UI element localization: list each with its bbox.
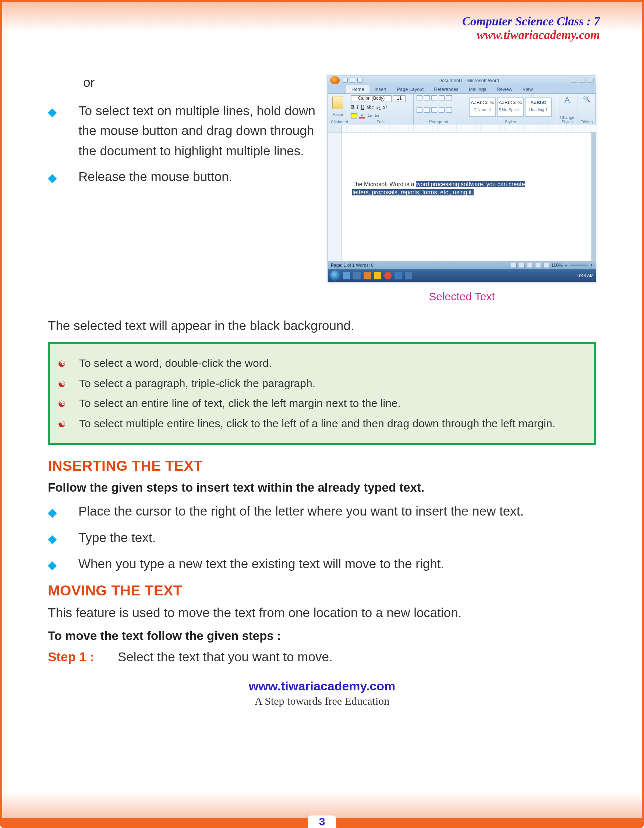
lead-text: To move the text follow the given steps …: [48, 629, 596, 643]
opera-icon[interactable]: [384, 271, 392, 280]
left-column: or ◆ To select text on multiple lines, h…: [48, 75, 317, 193]
tip-box: ☯To select a word, double-click the word…: [48, 342, 596, 445]
view-print-icon[interactable]: [511, 263, 517, 268]
document-page[interactable]: The Microsoft Word is a word processing …: [342, 132, 591, 261]
view-outline-icon[interactable]: [535, 263, 541, 268]
tab-mailings[interactable]: Mailings: [464, 85, 492, 94]
zoom-slider[interactable]: [570, 265, 588, 266]
view-web-icon[interactable]: [527, 263, 533, 268]
indent-dec-icon[interactable]: [439, 95, 445, 100]
justify-icon[interactable]: [439, 107, 445, 113]
find-icon[interactable]: 🔍: [580, 95, 592, 102]
bullets-icon[interactable]: [417, 95, 423, 100]
tip-bullet-icon: ☯: [58, 397, 66, 411]
start-button-icon[interactable]: [330, 270, 340, 281]
step-label: Step 1 :: [48, 649, 118, 664]
word-icon[interactable]: [394, 271, 402, 280]
style-normal[interactable]: AaBbCcDc¶ Normal: [469, 97, 496, 117]
group-label: Paragraph: [417, 119, 461, 124]
lead-text: Follow the given steps to insert text wi…: [48, 481, 596, 495]
tab-review[interactable]: Review: [491, 85, 517, 94]
group-font: Calibri (Body) 11 B I U abc x₂ x²: [348, 94, 414, 125]
right-column: Document1 - Microsoft Word Home Insert P…: [327, 75, 596, 303]
align-center-icon[interactable]: [424, 107, 430, 113]
align-left-icon[interactable]: [417, 107, 423, 113]
bullet-text: To select text on multiple lines, hold d…: [78, 101, 317, 161]
style-nospacing[interactable]: AaBbCcDc¶ No Spaci...: [497, 97, 524, 117]
minimize-icon[interactable]: [571, 78, 577, 83]
explorer-icon[interactable]: [353, 271, 361, 280]
underline-button[interactable]: U: [360, 105, 364, 111]
window-title: Document1 - Microsoft Word: [367, 78, 571, 83]
subscript-button[interactable]: x₂: [376, 105, 381, 111]
style-heading1[interactable]: AaBbCHeading 1: [525, 97, 552, 117]
zoom-in-icon[interactable]: +: [590, 263, 593, 268]
zoom-out-icon[interactable]: −: [565, 263, 567, 268]
or-text: or: [83, 75, 317, 90]
highlight-icon[interactable]: [351, 113, 357, 119]
chrome-icon[interactable]: [373, 271, 382, 280]
superscript-button[interactable]: x²: [383, 105, 387, 111]
selected-text: word processing software, you can create: [416, 181, 525, 187]
quick-access-toolbar[interactable]: [343, 78, 362, 83]
paragraph-text: This feature is used to move the text fr…: [48, 605, 596, 620]
list-item: ◆When you type a new text the existing t…: [48, 554, 596, 574]
diamond-icon: ◆: [48, 169, 57, 187]
paste-label: Paste: [331, 112, 345, 117]
line-spacing-icon[interactable]: [446, 107, 452, 113]
footer-tagline: A Step towards free Education: [48, 695, 596, 707]
tip-bullet-icon: ☯: [58, 377, 66, 391]
tab-insert[interactable]: Insert: [370, 85, 392, 94]
page-header: Computer Science Class : 7 www.tiwariaca…: [48, 15, 600, 42]
close-icon[interactable]: [587, 78, 594, 83]
case-icon[interactable]: A▾: [374, 114, 379, 119]
firefox-icon[interactable]: [363, 271, 371, 280]
italic-button[interactable]: I: [357, 105, 359, 111]
ribbon-tabs: Home Insert Page Layout References Maili…: [328, 85, 596, 94]
font-color-icon[interactable]: A: [359, 113, 365, 119]
paste-icon[interactable]: [332, 96, 343, 109]
bold-button[interactable]: B: [351, 105, 354, 111]
tip-bullet-icon: ☯: [58, 357, 66, 370]
list-item: ◆ To select text on multiple lines, hold…: [48, 101, 317, 161]
figure-caption: Selected Text: [327, 290, 596, 303]
grow-font-icon[interactable]: Aa: [367, 114, 372, 118]
tab-view[interactable]: View: [517, 85, 538, 94]
change-styles-icon[interactable]: A: [560, 95, 574, 105]
group-styles: AaBbCcDc¶ Normal AaBbCcDc¶ No Spaci... A…: [464, 94, 557, 125]
view-draft-icon[interactable]: [543, 263, 549, 268]
font-size-combo[interactable]: 11: [393, 95, 406, 102]
tip-item: ☯To select multiple entire lines, click …: [58, 415, 584, 433]
tab-references[interactable]: References: [429, 85, 463, 94]
section-heading-inserting: INSERTING THE TEXT: [48, 458, 596, 474]
numbering-icon[interactable]: [424, 95, 430, 100]
page-footer: www.tiwariacademy.com A Step towards fre…: [48, 679, 596, 707]
group-change-styles[interactable]: A Change Styles: [557, 94, 577, 125]
document-area: The Microsoft Word is a word processing …: [328, 132, 596, 261]
align-right-icon[interactable]: [431, 107, 437, 113]
change-label: Change Styles: [560, 115, 574, 124]
clock: 6:43 AM: [577, 273, 594, 278]
view-full-icon[interactable]: [519, 263, 525, 268]
tab-home[interactable]: Home: [346, 85, 370, 94]
app-icon[interactable]: [404, 271, 412, 280]
step-row: Step 1 : Select the text that you want t…: [48, 649, 596, 664]
office-button-icon[interactable]: [330, 76, 340, 84]
tab-page-layout[interactable]: Page Layout: [392, 85, 429, 94]
document-text: The Microsoft Word is a word processing …: [352, 180, 581, 196]
ie-icon[interactable]: [343, 271, 351, 280]
maximize-icon[interactable]: [579, 78, 586, 83]
list-item: ◆Place the cursor to the right of the le…: [48, 501, 596, 522]
footer-link: www.tiwariacademy.com: [48, 679, 596, 693]
diamond-icon: ◆: [48, 503, 57, 522]
font-name-combo[interactable]: Calibri (Body): [351, 95, 392, 102]
group-editing[interactable]: 🔍 Editing: [577, 94, 596, 125]
multilevel-icon[interactable]: [431, 95, 437, 100]
tip-item: ☯To select an entire line of text, click…: [58, 395, 584, 412]
group-label: Styles: [467, 119, 554, 124]
tip-item: ☯To select a paragraph, triple-click the…: [58, 375, 584, 392]
strike-button[interactable]: abc: [367, 105, 373, 111]
indent-inc-icon[interactable]: [446, 95, 452, 100]
step-text: Select the text that you want to move.: [118, 649, 333, 664]
window-buttons[interactable]: [571, 78, 594, 83]
